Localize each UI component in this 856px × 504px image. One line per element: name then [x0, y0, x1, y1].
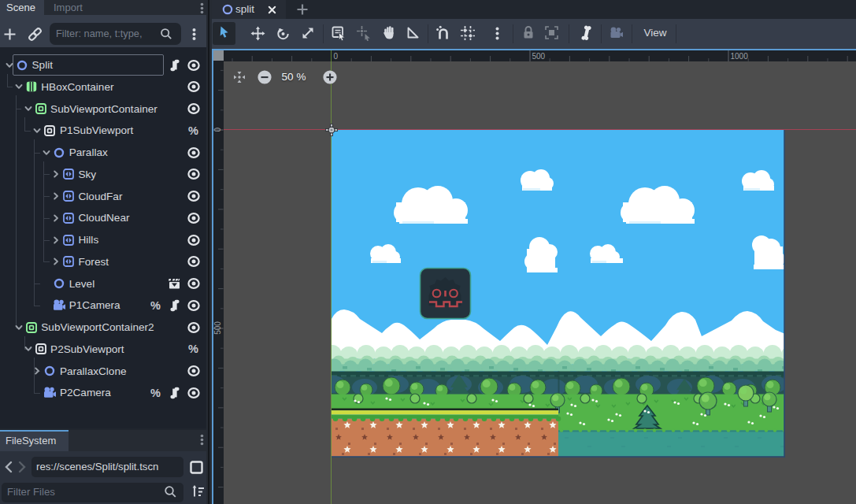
svg-text:0: 0	[213, 127, 222, 132]
svg-text:1000: 1000	[730, 51, 748, 60]
svg-text:0: 0	[333, 51, 338, 60]
svg-text:500: 500	[532, 51, 545, 60]
svg-text:500: 500	[213, 321, 222, 334]
